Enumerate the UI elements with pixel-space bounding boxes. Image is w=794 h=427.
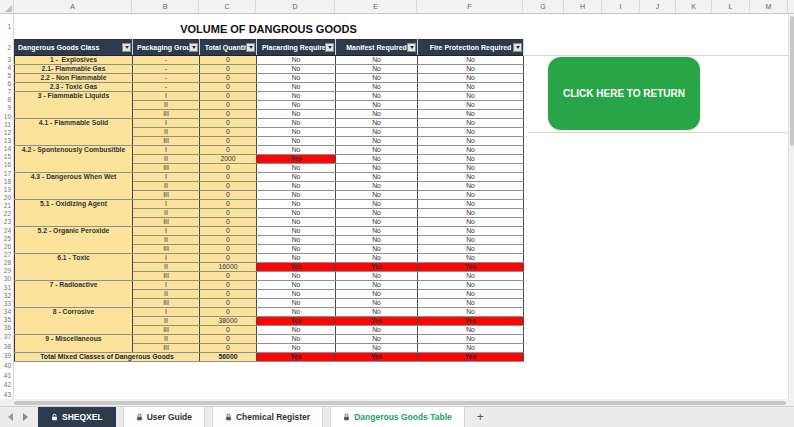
column-header-B[interactable]: B: [132, 0, 199, 13]
cell-manifest[interactable]: No: [336, 191, 418, 200]
cell-manifest[interactable]: No: [336, 74, 418, 83]
cell-manifest[interactable]: No: [336, 92, 418, 101]
cell-class[interactable]: 3 - Flammable Liquids: [15, 92, 133, 119]
cell-manifest[interactable]: No: [336, 146, 418, 155]
cell-total-quantity[interactable]: 0: [200, 335, 257, 344]
cell-placarding[interactable]: No: [257, 272, 336, 281]
cell-placarding[interactable]: No: [257, 200, 336, 209]
cell-total-quantity[interactable]: 0: [200, 227, 257, 236]
cell-class[interactable]: 2.1- Flammable Gas: [15, 65, 133, 74]
filter-dropdown-button[interactable]: [325, 43, 334, 52]
table-column-header[interactable]: Total Quantity: [200, 40, 257, 56]
cell-placarding[interactable]: No: [257, 182, 336, 191]
cell-total-quantity[interactable]: 0: [200, 182, 257, 191]
cell-manifest[interactable]: No: [336, 335, 418, 344]
row-header-18[interactable]: 18: [0, 177, 11, 185]
cell-class[interactable]: 8 - Corrosive: [15, 308, 133, 335]
cell-total-quantity[interactable]: 0: [200, 209, 257, 218]
cell-manifest[interactable]: No: [336, 344, 418, 353]
column-header-I[interactable]: I: [602, 0, 640, 13]
cell-fire-protection[interactable]: No: [418, 74, 524, 83]
column-header-C[interactable]: C: [199, 0, 256, 13]
cell-fire-protection[interactable]: No: [418, 83, 524, 92]
column-header-J[interactable]: J: [640, 0, 676, 13]
row-header-7[interactable]: 7: [0, 88, 11, 96]
cell-total-quantity[interactable]: 0: [200, 74, 257, 83]
cell-manifest[interactable]: No: [336, 65, 418, 74]
table-column-header[interactable]: Fire Protection Required: [418, 40, 524, 56]
cell-manifest[interactable]: No: [336, 182, 418, 191]
vertical-scrollbar[interactable]: [788, 14, 794, 400]
cell-total-quantity[interactable]: 0: [200, 83, 257, 92]
cell-fire-protection[interactable]: No: [418, 137, 524, 146]
row-header-16[interactable]: 16: [0, 161, 11, 169]
cell-placarding[interactable]: No: [257, 74, 336, 83]
cell-fire-protection[interactable]: No: [418, 227, 524, 236]
cell-manifest[interactable]: No: [336, 272, 418, 281]
cell-total-quantity[interactable]: 0: [200, 101, 257, 110]
row-header-23[interactable]: 23: [0, 218, 11, 226]
cell-placarding[interactable]: No: [257, 290, 336, 299]
cell-fire-protection[interactable]: No: [418, 56, 524, 65]
row-header-5[interactable]: 5: [0, 71, 11, 79]
row-header-29[interactable]: 29: [0, 267, 11, 275]
cell-total-quantity[interactable]: 0: [200, 344, 257, 353]
cell-packaging-group[interactable]: II: [133, 182, 200, 191]
filter-dropdown-button[interactable]: [122, 43, 131, 52]
cell-placarding[interactable]: No: [257, 326, 336, 335]
horizontal-scrollbar-thumb[interactable]: [14, 401, 786, 405]
cell-total-quantity[interactable]: 0: [200, 110, 257, 119]
cell-placarding[interactable]: No: [257, 344, 336, 353]
cell-total-quantity[interactable]: 56000: [200, 353, 257, 362]
cell-manifest[interactable]: No: [336, 173, 418, 182]
cell-packaging-group[interactable]: III: [133, 299, 200, 308]
cell-fire-protection[interactable]: No: [418, 290, 524, 299]
cell-fire-protection[interactable]: No: [418, 299, 524, 308]
cell-fire-protection[interactable]: No: [418, 182, 524, 191]
cell-placarding[interactable]: No: [257, 335, 336, 344]
cell-class[interactable]: 7 - Radioactive: [15, 281, 133, 308]
cell-packaging-group[interactable]: II: [133, 263, 200, 272]
sheet-tab-chemical-register[interactable]: Chemical Register: [212, 407, 323, 427]
cell-class[interactable]: 5.2 - Organic Peroxide: [15, 227, 133, 254]
cell-fire-protection[interactable]: Yes: [418, 317, 524, 326]
cell-fire-protection[interactable]: Yes: [418, 353, 524, 362]
row-header-32[interactable]: 32: [0, 291, 11, 299]
row-header-39[interactable]: 39: [0, 351, 11, 361]
cell-total-quantity[interactable]: 0: [200, 236, 257, 245]
cell-packaging-group[interactable]: II: [133, 290, 200, 299]
cell-packaging-group[interactable]: II: [133, 101, 200, 110]
cell-packaging-group[interactable]: -: [133, 74, 200, 83]
row-header-8[interactable]: 8: [0, 96, 11, 104]
cell-manifest[interactable]: No: [336, 209, 418, 218]
cell-packaging-group[interactable]: I: [133, 227, 200, 236]
cell-total-quantity[interactable]: 0: [200, 191, 257, 200]
cell-packaging-group[interactable]: II: [133, 335, 200, 344]
cell-total-quantity[interactable]: 0: [200, 164, 257, 173]
sheet-tab-sheqxel[interactable]: SHEQXEL: [38, 407, 116, 427]
cell-packaging-group[interactable]: I: [133, 200, 200, 209]
cell-manifest[interactable]: No: [336, 128, 418, 137]
cell-fire-protection[interactable]: No: [418, 65, 524, 74]
cell-manifest[interactable]: Yes: [336, 353, 418, 362]
cell-placarding[interactable]: No: [257, 56, 336, 65]
column-header-L[interactable]: L: [712, 0, 750, 13]
filter-dropdown-button[interactable]: [513, 43, 522, 52]
cell-packaging-group[interactable]: -: [133, 56, 200, 65]
cell-packaging-group[interactable]: II: [133, 236, 200, 245]
cell-fire-protection[interactable]: No: [418, 110, 524, 119]
cell-total-quantity[interactable]: 16000: [200, 263, 257, 272]
row-header-21[interactable]: 21: [0, 202, 11, 210]
cell-manifest[interactable]: No: [336, 119, 418, 128]
row-header-26[interactable]: 26: [0, 242, 11, 250]
row-header-17[interactable]: 17: [0, 169, 11, 177]
row-header-40[interactable]: 40: [0, 361, 11, 371]
cell-total-quantity[interactable]: 0: [200, 119, 257, 128]
row-header-13[interactable]: 13: [0, 136, 11, 144]
cell-placarding[interactable]: No: [257, 227, 336, 236]
cell-placarding[interactable]: Yes: [257, 155, 336, 164]
cell-fire-protection[interactable]: No: [418, 308, 524, 317]
row-header-22[interactable]: 22: [0, 210, 11, 218]
cell-placarding[interactable]: No: [257, 236, 336, 245]
cell-total-quantity[interactable]: 2000: [200, 155, 257, 164]
